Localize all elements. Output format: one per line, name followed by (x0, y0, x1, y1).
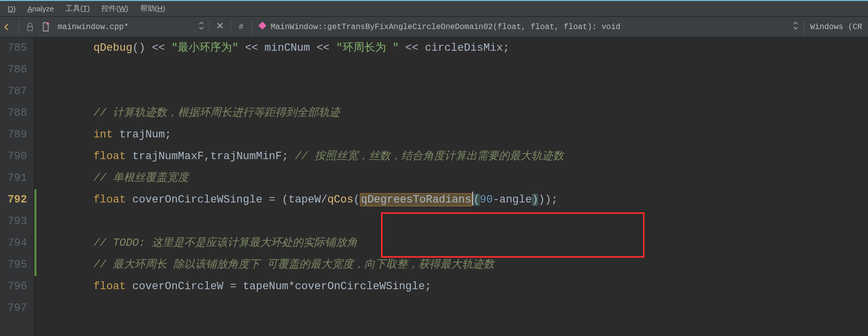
menu-bar: D)Analyze工具(T)控件(W)帮助(H) (0, 1, 868, 17)
line-number: 786 (0, 59, 27, 81)
code-line[interactable] (41, 59, 868, 81)
file-icon[interactable] (39, 21, 52, 34)
svg-point-1 (47, 22, 49, 25)
divider (230, 20, 231, 34)
line-number: 796 (0, 276, 27, 298)
code-line[interactable]: qDebug() << "最小环序为" << minCNum << "环周长为 … (41, 37, 868, 59)
filename-label[interactable]: mainwindow.cpp* (54, 23, 132, 32)
line-number: 793 (0, 211, 27, 233)
menu-item[interactable]: 帮助(H) (134, 4, 171, 13)
line-number: 794 (0, 233, 27, 254)
method-diamond-icon (255, 21, 270, 33)
line-number: 791 (0, 168, 27, 189)
code-line[interactable] (41, 81, 868, 102)
close-icon[interactable] (213, 22, 227, 32)
symbol-hash-icon[interactable]: # (234, 23, 249, 32)
code-line[interactable]: // 最大环周长 除以该铺放角度下 可覆盖的最大宽度，向下取整，获得最大轨迹数 (41, 254, 868, 276)
code-line[interactable]: // TODO: 这里是不是应该计算最大环处的实际铺放角 (41, 233, 868, 254)
line-number: 797 (0, 298, 27, 319)
menu-item[interactable]: 工具(T) (60, 4, 96, 13)
line-number-gutter: 785786787788789790791792793794795796797 (0, 37, 34, 336)
code-line[interactable]: // 单根丝覆盖宽度 (41, 168, 868, 189)
line-number: 790 (0, 146, 27, 168)
code-line[interactable] (41, 211, 868, 233)
code-line[interactable]: float coverOnCircleW = tapeNum*coverOnCi… (41, 276, 868, 298)
line-number: 795 (0, 254, 27, 276)
code-line[interactable]: // 计算轨迹数，根据环周长进行等距得到全部轨迹 (41, 102, 868, 124)
back-icon[interactable] (1, 21, 14, 34)
divider (209, 20, 210, 34)
function-signature[interactable]: MainWindow::getTransByFixAngleCircleOneD… (270, 23, 622, 32)
line-number: 788 (0, 102, 27, 124)
symbol-switcher-icon[interactable] (791, 21, 801, 33)
svg-rect-0 (28, 27, 32, 31)
line-number: 789 (0, 124, 27, 146)
menu-item[interactable]: D) (2, 4, 22, 13)
menu-item[interactable]: Analyze (22, 4, 60, 13)
code-line[interactable]: float coverOnCircleWSingle = (tapeW/qCos… (41, 189, 868, 211)
encoding-label[interactable]: Windows (CR (807, 23, 865, 32)
line-number: 792 (0, 189, 27, 211)
divider (252, 20, 252, 34)
code-line[interactable]: int trajNum; (41, 124, 868, 146)
line-number: 785 (0, 37, 27, 59)
code-line[interactable]: float trajNumMaxF,trajNumMinF; // 按照丝宽，丝… (41, 146, 868, 168)
toolbar: mainwindow.cpp* # MainWindow::getTransBy… (0, 17, 868, 37)
code-line[interactable] (41, 298, 868, 319)
code-area[interactable]: qDebug() << "最小环序为" << minCNum << "环周长为 … (34, 37, 868, 336)
file-switcher-icon[interactable] (196, 21, 206, 33)
menu-item[interactable]: 控件(W) (96, 4, 134, 13)
line-number: 787 (0, 81, 27, 102)
lock-icon[interactable] (24, 21, 36, 34)
divider (804, 20, 804, 34)
code-editor[interactable]: 785786787788789790791792793794795796797 … (0, 37, 868, 336)
divider (19, 20, 19, 34)
